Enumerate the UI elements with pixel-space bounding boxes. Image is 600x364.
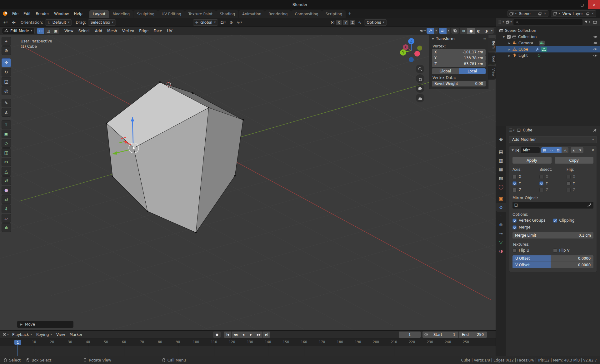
snap-curve-icon[interactable]: ∿ [357, 19, 363, 26]
options-dropdown[interactable]: Options▾ [364, 19, 387, 26]
particles-tab[interactable]: ∴ [496, 212, 506, 220]
object-tab[interactable]: ▣ [496, 194, 506, 203]
sidebar-tab-view[interactable]: View [488, 66, 496, 79]
modifier-name-field[interactable]: Mirr [521, 147, 540, 153]
rotate-tool[interactable]: ↻ [2, 68, 11, 76]
view-layer-dropdown-chevron[interactable]: ▾ [558, 12, 560, 15]
record-button[interactable]: ● [213, 332, 221, 338]
shading-dropdown-chevron[interactable]: ▾ [490, 29, 494, 32]
rip-region-tool[interactable]: ⋔ [2, 223, 11, 232]
viewport-menu-face[interactable]: Face [151, 28, 164, 34]
flip-v-checkbox[interactable]: Flip V [553, 248, 594, 253]
annotate-tool[interactable]: ✎ [2, 99, 11, 107]
u-offset-slider[interactable]: U Offset 0.0000 [512, 255, 593, 262]
rendered-shading[interactable]: ◑ [482, 28, 490, 34]
expand-icon[interactable]: ▶ [508, 42, 511, 45]
overlays-icon[interactable] [439, 28, 447, 34]
outliner-row-collection[interactable]: ▼ Collection [496, 34, 600, 40]
vertex-y-field[interactable]: Y133.78 cm [432, 55, 486, 61]
modifier-editmode-toggle[interactable]: ⊡ [555, 147, 562, 153]
viewport-menu-vertex[interactable]: Vertex [120, 28, 137, 34]
modifier-wrench-icon[interactable] [535, 47, 540, 52]
merge-checkbox[interactable]: Merge [512, 225, 553, 229]
v-offset-slider[interactable]: V Offset 0.0000 [512, 262, 593, 268]
copy-button[interactable]: Copy [555, 157, 594, 164]
measure-tool[interactable]: ∡ [2, 108, 11, 117]
mirror-x-button[interactable]: X [336, 20, 342, 25]
timeline-ruler[interactable]: 1 10203040506070809010011012013014015016… [0, 339, 496, 346]
panel-grip-icon[interactable]: :::: [483, 37, 486, 41]
camera-data-badge[interactable] [539, 41, 545, 46]
scale-tool[interactable]: ◱ [2, 77, 11, 86]
spin-tool[interactable]: ↺ [2, 176, 11, 185]
object-data-tab[interactable]: ▽ [496, 238, 506, 247]
workspace-tab-texture-paint[interactable]: Texture Paint [185, 10, 216, 18]
cube-mesh[interactable] [106, 81, 244, 234]
face-select-mode[interactable]: ▣ [52, 28, 59, 34]
mode-dropdown[interactable]: Edit Mode▾ [2, 28, 35, 34]
axis-z-checkbox[interactable]: Z [512, 188, 539, 192]
collection-checkbox[interactable] [507, 35, 511, 39]
current-frame-field[interactable]: 1 [399, 332, 421, 338]
modifier-move-down-button[interactable]: ▼ [577, 147, 583, 153]
workspace-tab-scripting[interactable]: Scripting [322, 10, 346, 18]
flip-y-checkbox[interactable]: Y [567, 181, 593, 185]
axis-y-checkbox[interactable]: Y [512, 181, 539, 185]
hide-light-eye-icon[interactable] [593, 53, 598, 58]
edge-slide-tool[interactable]: ⇄ [2, 195, 11, 204]
view-layer-icon[interactable] [552, 11, 557, 16]
modifier-delete-button[interactable]: ✕ [592, 148, 594, 152]
viewport-menu-select[interactable]: Select [76, 28, 92, 34]
close-button[interactable]: ✕ [588, 0, 600, 9]
timecode-toggle-icon[interactable] [422, 332, 430, 338]
axis-neg-y-ball[interactable] [417, 46, 422, 51]
select-box-tool[interactable]: ⌖ [2, 37, 11, 46]
menu-render[interactable]: Render [33, 11, 52, 17]
view-layer-tab[interactable]: ▦ [496, 165, 506, 174]
extrude-region-tool[interactable]: ⇧ [2, 120, 11, 129]
modifier-realtime-toggle[interactable]: ▭ [548, 147, 555, 153]
checkbox[interactable] [567, 181, 571, 185]
wireframe-shading[interactable]: ⊕ [460, 28, 467, 34]
global-space-button[interactable]: Global [432, 68, 459, 74]
viewport-menu-view[interactable]: View [62, 28, 76, 34]
workspace-tab-layout[interactable]: Layout [89, 10, 109, 18]
proportional-editing-toggle[interactable]: ⊙ [228, 19, 234, 26]
constraints-tab[interactable]: ⊸ [496, 229, 506, 238]
shear-tool[interactable]: ▱ [2, 214, 11, 223]
output-tab[interactable]: ▥ [496, 156, 506, 165]
checkbox[interactable] [512, 175, 517, 179]
vertex-groups-checkbox[interactable]: Vertex Groups [512, 218, 553, 223]
workspace-tab-sculpting[interactable]: Sculpting [133, 10, 158, 18]
world-tab[interactable]: ◯ [496, 182, 506, 191]
menu-edit[interactable]: Edit [21, 11, 33, 17]
hide-camera-eye-icon[interactable] [593, 41, 598, 45]
edge-select-mode[interactable]: ◫ [45, 28, 52, 34]
loop-cut-tool[interactable]: ◫ [2, 148, 11, 157]
transform-panel-title[interactable]: Transform [436, 37, 455, 41]
flip-u-checkbox[interactable]: Flip U [512, 248, 553, 253]
outliner-search-input[interactable] [513, 19, 582, 25]
mirror-y-button[interactable]: Y [343, 20, 348, 25]
gizmos-dropdown-chevron[interactable]: ▾ [434, 29, 438, 32]
workspace-tab-compositing[interactable]: Compositing [291, 10, 322, 18]
modifier-render-toggle[interactable]: ▤ [541, 147, 548, 153]
selected-vertex[interactable] [133, 147, 135, 149]
tool-tab[interactable]: ⚒ [496, 135, 506, 144]
pan-view-button[interactable] [416, 74, 424, 83]
new-view-layer-icon[interactable] [586, 12, 590, 16]
cursor-tool[interactable]: ⊕ [2, 46, 11, 55]
drag-dropdown[interactable]: Select Box▾ [88, 19, 116, 26]
collapse-icon[interactable]: ▼ [502, 36, 505, 38]
physics-tab[interactable]: ⊚ [496, 220, 506, 229]
next-keyframe-button[interactable]: ▶▶ [255, 332, 262, 338]
workspace-tab-uv-editing[interactable]: UV Editing [158, 10, 185, 18]
remove-view-layer-icon[interactable]: ✕ [591, 12, 595, 15]
viewport-menu-edge[interactable]: Edge [137, 28, 151, 34]
menu-file[interactable]: File [10, 11, 21, 17]
play-button[interactable]: ▶ [247, 332, 255, 338]
add-workspace-button[interactable]: + [346, 10, 354, 17]
render-tab[interactable]: ▤ [496, 147, 506, 156]
checkbox[interactable] [539, 181, 543, 185]
bisect-y-checkbox[interactable]: Y [539, 181, 566, 185]
